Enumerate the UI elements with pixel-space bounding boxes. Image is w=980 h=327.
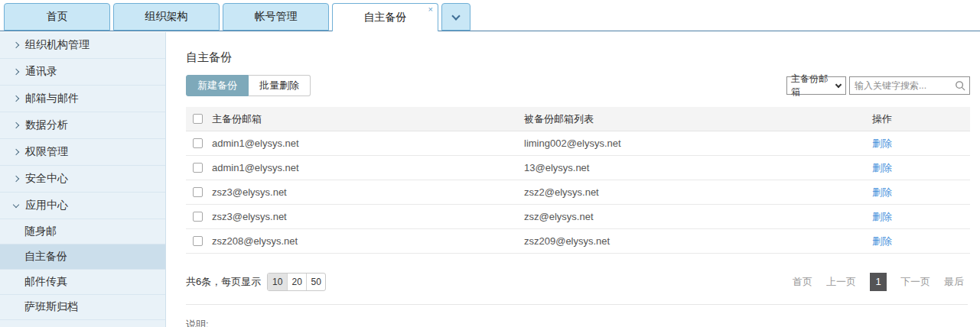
sidebar-item-label: 通讯录 <box>25 65 57 79</box>
current-page-button[interactable]: 1 <box>870 273 887 291</box>
sidebar-item-permissions[interactable]: 权限管理 <box>0 139 165 166</box>
tab-home[interactable]: 首页 <box>4 3 110 31</box>
chevron-right-icon <box>13 96 19 102</box>
search-box <box>849 76 970 95</box>
tab-label: 首页 <box>47 10 68 24</box>
sidebar-item-label: 萨班斯归档 <box>24 300 78 314</box>
record-count-text: 共6条，每页显示 <box>186 275 261 289</box>
primary-mailbox-cell: admin1@elysys.net <box>212 138 524 149</box>
table-row: zsz208@elysys.net zsz209@elysys.net 删除 <box>186 229 970 254</box>
primary-mailbox-cell: zsz3@elysys.net <box>212 211 524 222</box>
chevron-right-icon <box>13 69 19 75</box>
sidebar-item-app-center[interactable]: 应用中心 <box>0 193 165 219</box>
delete-link[interactable]: 删除 <box>872 186 892 198</box>
sidebar-item-data-analysis[interactable]: 数据分析 <box>0 112 165 139</box>
sidebar-item-label: 数据分析 <box>25 118 68 132</box>
backed-mailbox-cell: liming002@elysys.net <box>524 138 872 149</box>
close-icon[interactable]: × <box>428 5 433 14</box>
tab-bar: 首页 组织架构 帐号管理 自主备份 × <box>0 0 980 31</box>
tab-accounts[interactable]: 帐号管理 <box>223 3 329 31</box>
divider <box>186 304 968 305</box>
header-backed-mailbox-list: 被备份邮箱列表 <box>524 112 872 126</box>
select-all-checkbox[interactable] <box>193 114 203 124</box>
sidebar-item-contacts[interactable]: 通讯录 <box>0 59 165 86</box>
backed-mailbox-cell: zsz2@elysys.net <box>524 186 872 198</box>
last-page-link[interactable]: 最后 <box>944 275 964 289</box>
sidebar-item-sarbanes-archive[interactable]: 萨班斯归档 <box>0 295 165 320</box>
backed-mailbox-cell: zsz209@elysys.net <box>524 235 872 247</box>
tab-label: 自主备份 <box>364 11 407 24</box>
sidebar-item-org-management[interactable]: 组织机构管理 <box>0 32 165 59</box>
tab-self-backup[interactable]: 自主备份 × <box>332 3 438 31</box>
chevron-down-icon <box>835 81 842 87</box>
row-checkbox[interactable] <box>193 236 203 246</box>
primary-mailbox-cell: admin1@elysys.net <box>212 162 524 173</box>
sidebar-item-portable-mail[interactable]: 随身邮 <box>0 219 165 244</box>
header-actions: 操作 <box>872 112 970 126</box>
toolbar: 新建备份 批量删除 <box>186 75 311 96</box>
table-header-row: 主备份邮箱 被备份邮箱列表 操作 <box>186 107 970 131</box>
table-row: admin1@elysys.net 13@elysys.net 删除 <box>186 156 970 180</box>
chevron-right-icon <box>13 122 19 128</box>
delete-link[interactable]: 删除 <box>872 235 892 247</box>
backed-mailbox-cell: 13@elysys.net <box>524 162 872 173</box>
row-checkbox[interactable] <box>193 212 203 222</box>
table-row: zsz3@elysys.net zsz2@elysys.net 删除 <box>186 180 970 205</box>
header-primary-mailbox: 主备份邮箱 <box>212 112 524 126</box>
sidebar-item-security-center[interactable]: 安全中心 <box>0 166 165 193</box>
chevron-down-icon <box>13 201 19 207</box>
row-checkbox[interactable] <box>193 138 203 148</box>
sidebar-item-label: 自主备份 <box>24 250 67 264</box>
filter-field-select[interactable]: 主备份邮箱 <box>786 76 846 95</box>
prev-page-link[interactable]: 上一页 <box>826 275 856 289</box>
chevron-right-icon <box>13 149 19 155</box>
sidebar-item-label: 安全中心 <box>25 172 68 186</box>
tab-organization[interactable]: 组织架构 <box>113 3 220 31</box>
header-checkbox-cell <box>186 114 212 124</box>
tab-list-dropdown-button[interactable] <box>441 3 470 31</box>
chevron-right-icon <box>13 42 19 48</box>
table-row: zsz3@elysys.net zsz@elysys.net 删除 <box>186 205 970 229</box>
delete-link[interactable]: 删除 <box>872 138 892 149</box>
page-size-10[interactable]: 10 <box>268 274 287 290</box>
page-size-50[interactable]: 50 <box>306 274 325 290</box>
sidebar-item-label: 邮箱与邮件 <box>25 92 79 105</box>
search-input[interactable] <box>850 77 955 94</box>
page-size-20[interactable]: 20 <box>287 274 306 290</box>
tab-label: 帐号管理 <box>255 10 298 24</box>
sidebar-item-self-backup[interactable]: 自主备份 <box>0 244 165 270</box>
sidebar-item-label: 权限管理 <box>25 145 68 159</box>
sidebar-item-label: 应用中心 <box>25 199 68 212</box>
search-icon[interactable] <box>955 80 966 92</box>
pagination: 首页 上一页 1 下一页 最后 <box>793 273 964 291</box>
delete-link[interactable]: 删除 <box>872 211 892 222</box>
new-backup-button[interactable]: 新建备份 <box>186 75 249 96</box>
backup-table: 主备份邮箱 被备份邮箱列表 操作 admin1@elysys.net limin… <box>186 107 970 254</box>
footnote-label: 说明: <box>186 318 209 327</box>
tab-label: 组织架构 <box>145 10 188 24</box>
pagination-summary: 共6条，每页显示 10 20 50 <box>186 273 326 291</box>
sidebar-item-label: 组织机构管理 <box>25 38 90 52</box>
primary-mailbox-cell: zsz208@elysys.net <box>212 235 524 247</box>
backed-mailbox-cell: zsz@elysys.net <box>524 211 872 222</box>
row-checkbox[interactable] <box>193 163 203 173</box>
first-page-link[interactable]: 首页 <box>793 275 812 289</box>
table-row: admin1@elysys.net liming002@elysys.net 删… <box>186 131 970 156</box>
sidebar-item-mailbox-mail[interactable]: 邮箱与邮件 <box>0 86 165 112</box>
sidebar: 组织机构管理 通讯录 邮箱与邮件 数据分析 权限管理 安全中心 应用中心 随身邮… <box>0 32 166 327</box>
chevron-right-icon <box>13 176 19 182</box>
tabbar-underline <box>0 31 980 31</box>
row-checkbox[interactable] <box>193 187 203 197</box>
batch-delete-button[interactable]: 批量删除 <box>249 75 311 96</box>
delete-link[interactable]: 删除 <box>872 162 892 173</box>
sidebar-item-label: 邮件传真 <box>24 275 67 289</box>
sidebar-item-mail-fax[interactable]: 邮件传真 <box>0 270 165 295</box>
page-size-group: 10 20 50 <box>267 273 326 291</box>
next-page-link[interactable]: 下一页 <box>900 275 930 289</box>
primary-mailbox-cell: zsz3@elysys.net <box>212 186 524 198</box>
page-title: 自主备份 <box>186 50 232 65</box>
chevron-down-icon <box>451 11 460 20</box>
filter-selected-value: 主备份邮箱 <box>791 73 836 99</box>
sidebar-item-label: 随身邮 <box>24 225 57 238</box>
